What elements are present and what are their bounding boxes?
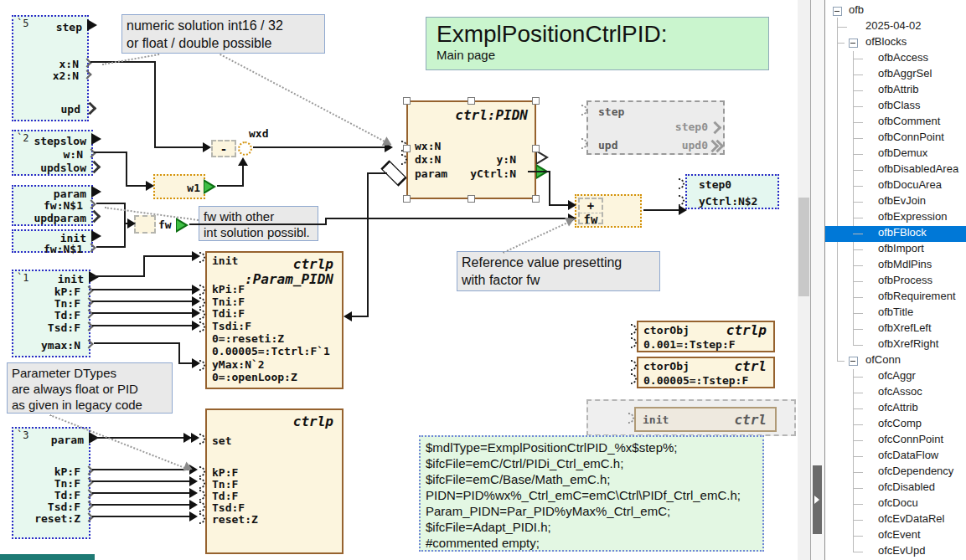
pin-kP[interactable]: kP:F xyxy=(13,465,80,478)
pin-param[interactable]: param xyxy=(415,167,447,180)
tree-item[interactable]: ofbTitle xyxy=(825,306,966,321)
mdl-pins-block-1[interactable]: `1 init kP:F Tn:F Td:F Tsd:F ymax:N xyxy=(12,270,90,357)
tree-item[interactable]: ofbXrefLeft xyxy=(825,321,966,337)
pin-Tdi[interactable]: Tdi:F xyxy=(212,307,245,320)
tree-item[interactable]: ofbXrefRight xyxy=(825,337,966,353)
tree-item[interactable]: ofbComment xyxy=(825,115,966,131)
tree-item[interactable]: ofbAttrib xyxy=(825,83,966,99)
pin-x[interactable]: x:N xyxy=(13,58,79,70)
pin-Tsd[interactable]: Tsd:F xyxy=(212,501,245,514)
pin-init[interactable]: init xyxy=(643,414,669,426)
tree-item[interactable]: ofbConnPoint xyxy=(825,131,966,146)
pin-Tn[interactable]: Tn:F xyxy=(13,297,80,310)
tree-item-ofblocks[interactable]: ofBlocks xyxy=(825,35,966,51)
pin-Td[interactable]: Td:F xyxy=(13,489,80,501)
pin-param[interactable]: param xyxy=(13,188,86,200)
pin-Tsdi[interactable]: Tsdi:F xyxy=(212,320,251,332)
pin-tstep[interactable]: 0.001=:Tstep:F xyxy=(643,338,736,351)
fw-gain-box[interactable] xyxy=(134,215,156,234)
pin-w[interactable]: w:N xyxy=(13,148,83,161)
tree-item-ofbfblock-selected[interactable]: ofbFBlock xyxy=(825,226,966,242)
tree-item[interactable]: ofbDemux xyxy=(825,146,966,162)
resize-handle[interactable] xyxy=(532,195,540,203)
fblock-ctrl-pidn[interactable]: ctrl:PIDN wx:N dx:N param y:N yCtrl:N xyxy=(406,100,536,199)
tree-item[interactable]: ofcConnPoint xyxy=(825,433,966,449)
resize-handle[interactable] xyxy=(403,145,411,152)
collapse-icon[interactable] xyxy=(849,39,858,48)
pin-upd0[interactable]: upd0 xyxy=(682,139,708,152)
pin-ymax[interactable]: ymax:N xyxy=(13,339,80,352)
fblock-init-ctrl-disabled[interactable]: init ctrl xyxy=(634,407,777,432)
tree-item[interactable]: ofbProcess xyxy=(825,274,966,290)
pin-step[interactable]: step xyxy=(13,21,82,33)
pin-Tsd[interactable]: Tsd:F xyxy=(13,321,80,334)
tree-item[interactable]: ofcComp xyxy=(825,417,966,433)
resize-handle[interactable] xyxy=(403,195,411,203)
pin-init[interactable]: init xyxy=(212,254,238,267)
pin-Td[interactable]: Td:F xyxy=(212,490,238,502)
tree-item[interactable]: ofbRequirement xyxy=(825,290,966,306)
tree-item[interactable]: ofcAggr xyxy=(825,369,966,385)
pin-fw[interactable]: fw:N$1 xyxy=(13,243,83,255)
mdl-pins-block-param[interactable]: param fw:N$1 updparam xyxy=(12,185,93,226)
tree-item[interactable]: ofcAttrib xyxy=(825,401,966,417)
resize-handle[interactable] xyxy=(403,97,411,105)
adder-inner-box[interactable]: + fw xyxy=(578,198,603,224)
pin-param[interactable]: param xyxy=(13,434,84,446)
fblock-ctrlp-set[interactable]: ctrlp set kP:F Tn:F Td:F Tsd:F reset:Z xyxy=(205,408,344,554)
pin-yMax[interactable]: yMax:N`2 xyxy=(212,358,265,371)
collapse-icon[interactable] xyxy=(833,7,842,16)
gray-event-block[interactable]: step step0 upd upd0 xyxy=(586,100,725,155)
vertical-scrollbar-thumb[interactable] xyxy=(798,198,809,296)
fblock-param-pidn[interactable]: init ctrlp :Param_PIDN kPi:F Tni:F Tdi:F… xyxy=(205,251,344,389)
pin-Tn[interactable]: Tn:F xyxy=(212,478,238,491)
pin-upd[interactable]: upd xyxy=(13,103,80,116)
pin-Tn[interactable]: Tn:F xyxy=(13,477,80,490)
page-title-box[interactable]: ExmplPositionCtrlPID: Main page xyxy=(426,17,769,70)
pin-kPi[interactable]: kPi:F xyxy=(212,283,245,295)
script-text-box[interactable]: $mdlType=ExmplPositionCtrlPID_%x$step%; … xyxy=(419,435,764,552)
resize-handle[interactable] xyxy=(468,195,475,203)
tree-item[interactable]: ofbAggrSel xyxy=(825,67,966,83)
mdl-pins-block-init[interactable]: init fw:N$1 xyxy=(12,229,93,253)
note-numeric-solution[interactable]: numeric solution int16 / 32 or float / d… xyxy=(121,14,325,54)
mdl-pins-block-5[interactable]: `5 step x:N x2:N upd xyxy=(12,15,89,121)
panel-splitter-handle[interactable] xyxy=(813,465,822,534)
tree-item[interactable]: ofbClass xyxy=(825,99,966,115)
tree-item[interactable]: ofcEvDataRel xyxy=(825,512,966,528)
tree-item[interactable]: ofbMdlPins xyxy=(825,258,966,274)
minus-operator[interactable]: - xyxy=(211,140,236,157)
w1-expression-box[interactable]: w1 xyxy=(153,174,205,199)
pin-y[interactable]: y:N xyxy=(497,153,516,166)
pin-updparam[interactable]: updparam xyxy=(13,212,86,224)
pin-tstep[interactable]: 0.00005=:Tstep:F xyxy=(643,374,748,387)
junction-circle[interactable] xyxy=(238,141,252,156)
pin-kP[interactable]: kP:F xyxy=(212,466,238,479)
pin-step0[interactable]: step0 xyxy=(699,178,731,191)
tree-item[interactable]: ofbAccess xyxy=(825,51,966,67)
resize-handle[interactable] xyxy=(468,97,475,105)
tree-item-ofconn[interactable]: ofConn xyxy=(825,353,966,369)
pin-step0[interactable]: step0 xyxy=(675,121,708,133)
pin-set[interactable]: set xyxy=(212,434,231,447)
tree-item[interactable]: ofcAssoc xyxy=(825,385,966,401)
pin-yctrl[interactable]: yCtrl:N xyxy=(470,167,516,180)
pin-Td[interactable]: Td:F xyxy=(13,309,80,321)
tree-item[interactable]: ofcDataFlow xyxy=(825,449,966,465)
pin-init[interactable]: init xyxy=(13,273,84,285)
pin-step[interactable]: step xyxy=(598,105,624,118)
pin-reset[interactable]: reset:Z xyxy=(13,512,80,525)
pin-reset[interactable]: reset:Z xyxy=(212,513,258,526)
tree-item[interactable]: ofbImport xyxy=(825,242,966,258)
tree-item[interactable]: ofbDocuArea xyxy=(825,178,966,194)
pin-x2[interactable]: x2:N xyxy=(13,69,79,82)
tree-item[interactable]: ofbEvJoin xyxy=(825,194,966,210)
tree-item[interactable]: ofbExpression xyxy=(825,210,966,226)
pin-updslow[interactable]: updslow xyxy=(13,162,86,174)
pin-reseti[interactable]: 0=:reseti:Z xyxy=(212,332,284,345)
fblock-ctorobj-ctrl[interactable]: ctorObj ctrl 0.00005=:Tstep:F xyxy=(637,357,775,388)
diagram-canvas[interactable]: `5 step x:N x2:N upd `2 stepslow w:N upd… xyxy=(0,0,798,560)
tree-item-ofb[interactable]: ofb xyxy=(825,3,966,19)
tree-item-date[interactable]: 2025-04-02 xyxy=(825,19,966,35)
pin-stepslow[interactable]: stepslow xyxy=(13,135,86,147)
